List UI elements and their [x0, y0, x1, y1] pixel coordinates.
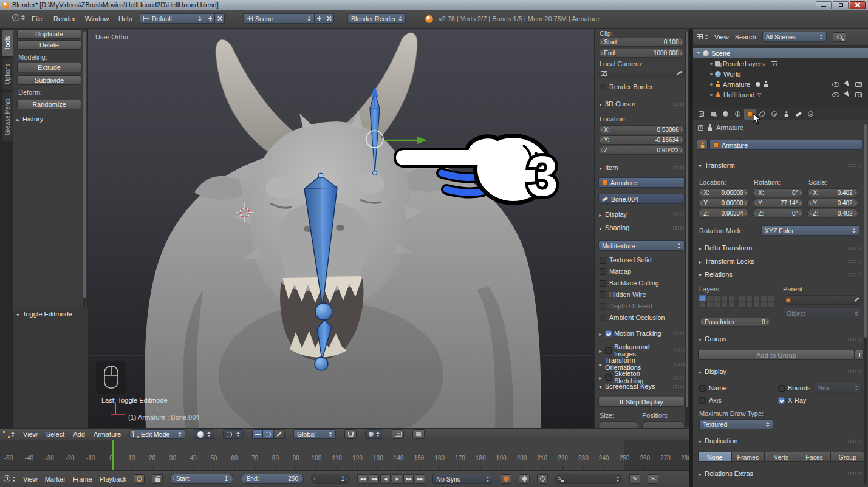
opengl-render-button[interactable]	[392, 429, 404, 439]
background-images-checkbox[interactable]	[605, 347, 612, 354]
menu-window[interactable]: Window	[85, 15, 109, 22]
panel-grip-icon[interactable]	[673, 362, 686, 366]
item-panel-header[interactable]: Item	[598, 164, 686, 171]
snap-toggle-button[interactable]	[344, 429, 357, 439]
transform-orientations-panel-header[interactable]: Transform Orientations	[598, 356, 686, 371]
layer-toggle[interactable]	[721, 302, 728, 308]
skeleton-sketching-checkbox[interactable]	[605, 374, 612, 381]
timeline[interactable]: -50-40-30-20-100102030405060708090100110…	[0, 440, 689, 471]
display-panel-header[interactable]: Display	[598, 211, 686, 218]
render-engine-selector[interactable]: Blender Render	[347, 13, 406, 24]
eyedropper-icon[interactable]	[676, 70, 682, 77]
preview-range-button[interactable]	[134, 474, 145, 484]
pass-index-field[interactable]: Pass Index: 0	[699, 318, 771, 327]
shading-mode-dropdown[interactable]: Multitexture	[598, 240, 685, 251]
rotation-mode-dropdown[interactable]: XYZ Euler	[761, 225, 859, 236]
bounds-checkbox[interactable]	[778, 385, 785, 392]
pin-icon[interactable]	[698, 125, 703, 131]
hidden-wire-checkbox[interactable]	[600, 291, 606, 298]
parent-field[interactable]	[783, 295, 862, 305]
layer-toggle[interactable]	[768, 302, 774, 308]
timeline-view-menu[interactable]: View	[23, 475, 38, 483]
timeline-marker-menu[interactable]: Marker	[45, 475, 66, 483]
play-reverse-button[interactable]	[380, 474, 391, 484]
minimize-button[interactable]	[816, 1, 832, 9]
viewport-editor-selector[interactable]	[4, 432, 15, 437]
armature-menu[interactable]: Armature	[94, 431, 121, 438]
layer-toggle[interactable]	[706, 295, 713, 301]
outliner-editor-selector[interactable]	[697, 34, 708, 39]
panel-grip-icon[interactable]	[847, 246, 861, 250]
menu-help[interactable]: Help	[118, 15, 132, 22]
scale-x-field[interactable]: X: 0.402	[807, 188, 858, 197]
translate-manipulator-button[interactable]	[252, 429, 263, 439]
shading-panel-header[interactable]: Shading	[598, 224, 686, 231]
location-z-field[interactable]: Z: 0.90334	[698, 209, 749, 218]
lock-time-button[interactable]	[152, 474, 163, 484]
menu-render[interactable]: Render	[53, 15, 75, 22]
randomize-button[interactable]: Randomize	[17, 100, 81, 109]
panel-grip-icon[interactable]	[847, 370, 861, 374]
stop-display-button[interactable]: Stop Display	[598, 397, 685, 407]
editor-type-selector[interactable]: i	[12, 14, 25, 21]
clip-start-field[interactable]: Start: 0.100	[598, 38, 685, 47]
scale-y-field[interactable]: Y: 0.402	[807, 199, 858, 208]
orientation-dropdown[interactable]: Global	[293, 429, 336, 439]
auto-keyframe-button[interactable]	[501, 474, 511, 484]
rotation-y-field[interactable]: Y: 77.14°	[753, 199, 804, 208]
renderability-camera-icon[interactable]	[855, 82, 862, 87]
insert-keyframe-button[interactable]	[629, 474, 640, 484]
maximize-button[interactable]	[833, 1, 849, 9]
object-name-field[interactable]: Armature	[709, 140, 863, 150]
duplication-panel-header[interactable]: Duplication	[698, 437, 861, 444]
layer-toggle[interactable]	[721, 295, 728, 301]
layer-toggle[interactable]	[739, 302, 745, 308]
screencast-size-field[interactable]	[598, 421, 638, 428]
gizmo-x-arrow[interactable]	[417, 137, 427, 144]
duplication-group-button[interactable]: Group	[831, 452, 864, 462]
layer-toggle[interactable]	[753, 295, 760, 301]
selectability-arrow-icon[interactable]	[844, 91, 851, 98]
snap-element-dropdown[interactable]	[365, 429, 383, 439]
depth-of-field-checkbox[interactable]	[600, 303, 606, 310]
rotate-manipulator-button[interactable]	[263, 429, 274, 439]
add-to-group-button[interactable]: Add to Group	[698, 350, 855, 360]
tab-options[interactable]: Options	[2, 58, 13, 90]
layer-toggle[interactable]	[760, 295, 767, 301]
layer-toggle[interactable]	[714, 302, 720, 308]
duplication-none-button[interactable]: None	[698, 452, 732, 462]
matcap-checkbox[interactable]	[600, 268, 606, 275]
xray-checkbox[interactable]	[778, 397, 785, 404]
relations-panel-header[interactable]: Relations	[698, 271, 861, 278]
panel-grip-icon[interactable]	[847, 439, 861, 443]
cursor-y-field[interactable]: Y: -0.16634	[598, 135, 685, 145]
motion-tracking-checkbox[interactable]	[605, 330, 612, 337]
hellhound-model[interactable]	[145, 33, 541, 428]
layer-toggle[interactable]	[699, 295, 706, 301]
tab-bone-icon[interactable]	[793, 109, 804, 120]
sync-dropdown[interactable]: No Sync	[432, 474, 493, 484]
tab-tools[interactable]: Tools	[2, 30, 13, 56]
panel-grip-icon[interactable]	[672, 226, 686, 230]
backface-culling-checkbox[interactable]	[600, 280, 606, 287]
menu-file[interactable]: File	[32, 15, 43, 22]
tab-scene-icon[interactable]	[720, 109, 731, 120]
layer-toggle[interactable]	[746, 302, 753, 308]
remove-scene-button[interactable]	[324, 13, 334, 24]
properties-scrollbar[interactable]	[864, 123, 867, 485]
bone-tip-sphere[interactable]	[315, 357, 328, 370]
expander-dot-icon[interactable]	[710, 83, 713, 86]
pivot-point-dropdown[interactable]	[223, 429, 244, 439]
history-panel-header[interactable]: History	[16, 115, 84, 123]
item-object-field[interactable]: Armature	[598, 177, 685, 188]
background-images-panel-header[interactable]: Background Images	[598, 343, 686, 358]
rotation-z-field[interactable]: Z: 0°	[753, 209, 804, 218]
rotation-x-field[interactable]: X: 0°	[753, 188, 804, 197]
panel-grip-icon[interactable]	[847, 337, 861, 341]
tab-render-layers-icon[interactable]	[708, 109, 719, 120]
bounds-type-dropdown[interactable]: Box	[815, 383, 862, 393]
tab-grease-pencil[interactable]: Grease Pencil	[2, 92, 13, 141]
selectability-arrow-icon[interactable]	[844, 81, 851, 88]
duplication-verts-button[interactable]: Verts	[765, 452, 798, 462]
mode-dropdown[interactable]: Edit Mode	[129, 429, 185, 439]
